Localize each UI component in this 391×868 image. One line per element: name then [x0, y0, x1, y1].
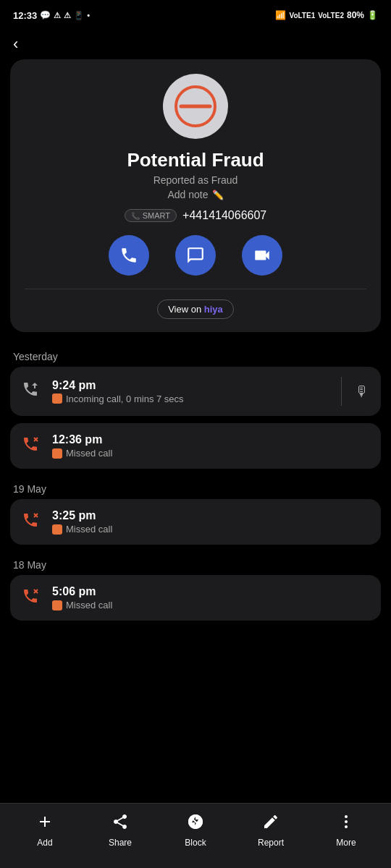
section-label-18may: 18 May: [0, 552, 391, 575]
nav-share-label: Share: [109, 838, 132, 848]
warning-icon: ⚠: [54, 11, 61, 20]
action-buttons: [109, 235, 282, 276]
contact-name: Potential Fraud: [127, 149, 264, 171]
nav-share[interactable]: Share: [95, 813, 146, 848]
avatar: [163, 74, 228, 139]
call-details: 9:24 pm Incoming call, 0 mins 7 secs: [52, 379, 328, 404]
svg-point-6: [345, 825, 348, 828]
signal-lte1: VoLTE1: [289, 12, 315, 20]
svg-point-5: [345, 820, 348, 823]
smart-badge: 📞 SMART: [125, 209, 177, 222]
scroll-area[interactable]: ‹ Potential Fraud Reported as Fraud Add …: [0, 26, 391, 803]
call-time: 9:24 pm: [52, 379, 328, 392]
status-bar: 12:33 💬 ⚠ ⚠ 📱 • 📶 VoLTE1 VoLTE2 80% 🔋: [0, 0, 391, 26]
call-desc: Missed call: [52, 448, 369, 459]
contact-card: Potential Fraud Reported as Fraud Add no…: [10, 59, 381, 332]
status-left: 12:33 💬 ⚠ ⚠ 📱 •: [13, 10, 90, 21]
sim-icon: 📱: [74, 11, 84, 20]
add-note[interactable]: Add note ✏️: [167, 189, 223, 200]
call-time: 3:25 pm: [52, 509, 369, 522]
signal-lte2: VoLTE2: [318, 12, 344, 20]
phone-small-icon: 📞: [131, 212, 140, 220]
mic-icon[interactable]: 🎙: [355, 383, 369, 400]
section-label-yesterday: Yesterday: [0, 344, 391, 367]
missed-call-icon: [22, 511, 42, 533]
call-item[interactable]: 12:36 pm Missed call: [10, 423, 381, 469]
add-icon: [36, 813, 54, 835]
back-button[interactable]: ‹: [0, 26, 391, 59]
call-log: Yesterday 9:24 pm Incoming call, 0 mins …: [0, 344, 391, 642]
fraud-badge: [52, 393, 62, 404]
missed-call-icon: [22, 435, 42, 457]
phone-number: +441414066607: [182, 209, 266, 222]
missed-call-icon: [22, 587, 42, 609]
block-icon: [187, 813, 204, 835]
time-display: 12:33: [13, 10, 37, 21]
battery-icon: 🔋: [367, 10, 378, 20]
nav-block[interactable]: Block: [170, 813, 221, 848]
call-item[interactable]: 3:25 pm Missed call: [10, 499, 381, 545]
nav-more[interactable]: More: [321, 813, 371, 848]
call-desc: Missed call: [52, 524, 369, 535]
message-icon: [186, 246, 205, 265]
report-icon: [262, 813, 279, 835]
message-button[interactable]: [175, 235, 216, 276]
fraud-badge: [52, 600, 62, 610]
call-item[interactable]: 9:24 pm Incoming call, 0 mins 7 secs 🎙: [10, 367, 381, 416]
video-icon: [253, 246, 272, 265]
bottom-nav: Add Share Block Report: [0, 803, 391, 868]
call-details: 3:25 pm Missed call: [52, 509, 369, 535]
call-time: 12:36 pm: [52, 433, 369, 446]
warning2-icon: ⚠: [64, 11, 71, 20]
pencil-icon: ✏️: [212, 190, 224, 200]
svg-point-4: [345, 815, 348, 818]
message-icon: 💬: [40, 10, 51, 20]
call-time: 5:06 pm: [52, 585, 369, 598]
fraud-badge: [52, 448, 62, 459]
vertical-divider: [341, 377, 342, 406]
section-label-19may: 19 May: [0, 476, 391, 499]
phone-icon: [119, 246, 138, 265]
status-right: 📶 VoLTE1 VoLTE2 80% 🔋: [275, 10, 378, 20]
share-icon: [112, 813, 129, 835]
call-details: 5:06 pm Missed call: [52, 585, 369, 610]
more-icon: [337, 813, 355, 835]
call-details: 12:36 pm Missed call: [52, 433, 369, 459]
nav-more-label: More: [336, 838, 356, 848]
video-button[interactable]: [242, 235, 282, 276]
fraud-badge: [52, 524, 62, 535]
nav-block-label: Block: [185, 838, 206, 848]
dot-icon: •: [87, 11, 90, 20]
nav-add[interactable]: Add: [20, 813, 70, 848]
hiya-brand: hiya: [204, 304, 223, 315]
call-desc: Incoming call, 0 mins 7 secs: [52, 393, 328, 404]
incoming-call-icon: [22, 380, 42, 402]
no-entry-icon: [174, 85, 217, 128]
phone-badge: 📞 SMART +441414066607: [125, 209, 266, 222]
call-desc: Missed call: [52, 600, 369, 610]
wifi-icon: 📶: [275, 10, 286, 20]
call-button[interactable]: [109, 235, 149, 276]
nav-report[interactable]: Report: [245, 813, 296, 848]
divider: [25, 289, 366, 289]
battery-display: 80%: [347, 10, 364, 20]
contact-status: Reported as Fraud: [154, 174, 238, 186]
view-on-hiya-button[interactable]: View on hiya: [157, 299, 234, 319]
nav-add-label: Add: [37, 838, 52, 848]
nav-report-label: Report: [258, 838, 284, 848]
call-item[interactable]: 5:06 pm Missed call: [10, 575, 381, 621]
